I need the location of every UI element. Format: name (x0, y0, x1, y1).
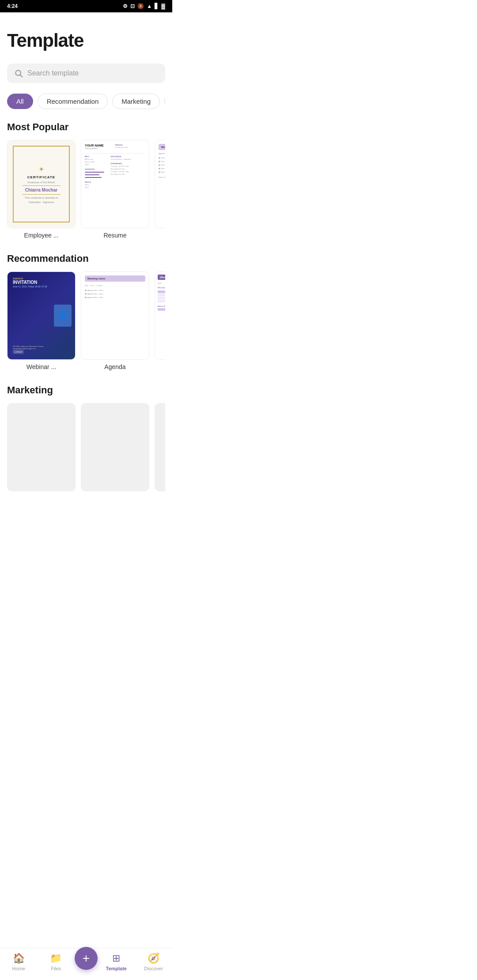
template-label-webinar: Webinar ... (7, 363, 76, 370)
template-card-resume[interactable]: YOUR NAME Your position PROFILE Summary … (81, 140, 149, 239)
agenda2-row-1: Agenda item · notes (85, 289, 145, 291)
screenshot-icon: ⊡ (130, 3, 135, 9)
chip-recommendation[interactable]: Recommendation (38, 94, 108, 109)
webinar-date: June 11, 2021, Friday 15:00–17:00 (13, 285, 70, 288)
resume-position: Your position (85, 147, 104, 150)
section-title-marketing: Marketing (7, 384, 165, 396)
template-card-agenda2[interactable]: Meeting name Date Time Location Agenda i… (81, 271, 149, 370)
resume-education-label: EDUCATION (111, 155, 145, 158)
resume-name: YOUR NAME (85, 144, 104, 147)
meeting-cell-4 (158, 297, 165, 299)
resume-divider (85, 153, 145, 154)
filter-chips: All Recommendation Marketing Education (7, 94, 165, 109)
agenda-row-4: Item D · Time · Location (159, 167, 165, 170)
cert-subtitle: Employee of the Month (28, 181, 55, 184)
gray-marketing-1 (8, 403, 75, 491)
template-thumb-employee: ✦ CERTIFICATE Employee of the Month Chia… (7, 140, 76, 228)
meeting-meta: Time Location Attendees (158, 282, 165, 284)
home-icon: 🏠 (13, 953, 25, 964)
status-time: 4:24 (7, 3, 18, 9)
agenda2-row-2: Agenda item · notes (85, 293, 145, 295)
gray-marketing-3 (155, 403, 165, 491)
template-card-employee[interactable]: ✦ CERTIFICATE Employee of the Month Chia… (7, 140, 76, 239)
meeting-header: [Meeting name] meeting minutes (158, 275, 165, 280)
chip-education[interactable]: Education (164, 94, 165, 109)
section-recommendation: Recommendation WEBINAR INVITATION June 1… (7, 253, 165, 370)
resume-experience-label: EXPERIENCE (111, 162, 145, 165)
template-card-webinar[interactable]: WEBINAR INVITATION June 11, 2021, Friday… (7, 271, 76, 370)
search-placeholder[interactable]: Search template (27, 69, 79, 77)
meeting-action-cell-1 (158, 308, 165, 311)
section-title-recommendation: Recommendation (7, 253, 165, 264)
files-icon: 📁 (50, 953, 62, 964)
agenda-row-5: Item E · Time · Location (159, 171, 165, 173)
template-card-marketing-1[interactable] (7, 403, 76, 495)
agenda-row-1: Item A · Time · Location (159, 157, 165, 159)
cert-line-2 (22, 194, 61, 195)
cert-desc: This certificate is awarded to (24, 196, 58, 199)
template-card-meeting[interactable]: [Meeting name] meeting minutes Time Loca… (155, 271, 165, 370)
agenda-title: Meeting name (161, 146, 165, 148)
template-thumb-marketing-2 (81, 403, 149, 491)
cert-deco-icon: ✦ (38, 165, 44, 173)
section-title-most-popular: Most Popular (7, 121, 165, 133)
resume-info-label: INFO (85, 155, 109, 158)
nav-item-files[interactable]: 📁 Files (38, 953, 75, 971)
cert-title: CERTIFICATE (27, 175, 55, 179)
agenda-row-3: Item C · Time · Location (159, 164, 165, 166)
cert-name: Chiarra Mochar (25, 188, 57, 192)
template-scroll-marketing (7, 403, 165, 495)
resume-bar-3 (85, 177, 102, 178)
add-icon: + (83, 952, 90, 965)
svg-line-1 (20, 75, 23, 77)
meeting-action-row-1 (158, 308, 165, 311)
template-card-agenda[interactable]: Meeting name Date Agenda items: Item A ·… (155, 140, 165, 239)
meeting-cell-h1 (158, 290, 165, 293)
resume-bar-2 (85, 174, 99, 175)
section-marketing: Marketing (7, 384, 165, 495)
nav-item-home[interactable]: 🏠 Home (0, 953, 38, 971)
status-bar: 4:24 ⚙ ⊡ 🔕 ▲ ▋ ▓ (0, 0, 172, 12)
meeting-table-header-row (158, 290, 165, 293)
nav-item-discover[interactable]: 🧭 Discover (135, 953, 173, 971)
template-thumb-meeting: [Meeting name] meeting minutes Time Loca… (155, 271, 165, 360)
template-label-resume: Resume (81, 232, 149, 239)
settings-icon: ⚙ (123, 3, 128, 9)
meeting-cell-7 (158, 300, 165, 302)
template-thumb-webinar: WEBINAR INVITATION June 11, 2021, Friday… (7, 271, 76, 360)
meeting-cell-1 (158, 294, 165, 296)
agenda2-date-row: Date Time Location (85, 284, 145, 286)
template-label-agenda2: Agenda (81, 363, 149, 370)
battery-icon: ▓ (161, 3, 165, 9)
agenda-notes: Notes / Action items (159, 176, 165, 178)
chip-marketing[interactable]: Marketing (112, 94, 160, 109)
template-label-employee: Employee ... (7, 232, 76, 239)
resume-profile-label: PROFILE (115, 144, 146, 146)
wifi-icon: ▲ (147, 3, 152, 9)
resume-skills-label: SKILLS (85, 181, 109, 183)
agenda-row-2: Item B · Time · Location (159, 160, 165, 162)
template-scroll-popular: ✦ CERTIFICATE Employee of the Month Chia… (7, 140, 165, 239)
meeting-discussions-label: Discussions: (158, 286, 165, 289)
template-label-agenda: Agenda (155, 232, 165, 239)
bottom-nav: 🏠 Home 📁 Files + ⊞ Template 🧭 Discover (0, 948, 172, 980)
webinar-logo: LOGO (13, 350, 24, 354)
template-thumb-resume: YOUR NAME Your position PROFILE Summary … (81, 140, 149, 228)
resume-bar-1 (85, 172, 104, 173)
gray-marketing-2 (81, 403, 149, 491)
resume-expertise-label: EXPERTISE (85, 168, 109, 170)
template-thumb-agenda: Meeting name Date Agenda items: Item A ·… (155, 140, 165, 228)
chip-all[interactable]: All (7, 94, 33, 109)
meeting-action-table (158, 308, 165, 311)
search-bar[interactable]: Search template (7, 64, 165, 83)
mute-icon: 🔕 (137, 3, 144, 9)
meeting-table-row-1 (158, 294, 165, 296)
template-card-marketing-3[interactable] (155, 403, 165, 495)
nav-add-button[interactable]: + (75, 947, 98, 970)
agenda2-row-3: Agenda item · notes (85, 296, 145, 298)
agenda2-date: Date (85, 284, 88, 286)
agenda2-loc: Location (96, 284, 102, 286)
template-card-marketing-2[interactable] (81, 403, 149, 495)
cert-footer: Submitted · Signature (29, 201, 54, 204)
nav-item-template[interactable]: ⊞ Template (98, 953, 135, 971)
